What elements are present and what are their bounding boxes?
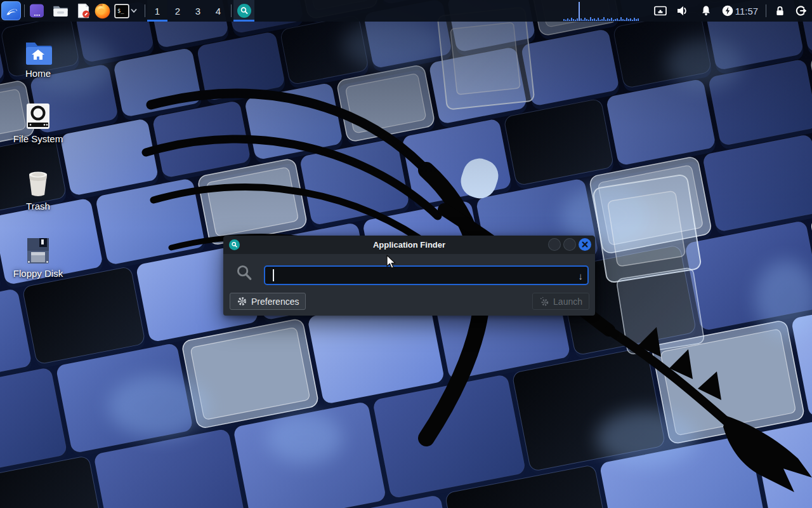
magnifier-icon [240,6,249,15]
desktop-app-launcher[interactable] [27,0,46,22]
kali-dragon-icon [4,3,19,18]
network-tray-item[interactable] [652,0,669,22]
file-manager-icon [52,3,69,20]
terminal-icon: $_ [114,3,130,19]
close-icon [582,241,588,248]
desktop-icon-home[interactable]: Home [5,36,71,79]
desktop-icon-label: Home [5,68,71,79]
desktop-icon-label: Floppy Disk [5,268,71,279]
launch-label: Launch [553,297,582,307]
launch-button[interactable]: Launch [532,293,589,310]
workspace-label: 1 [155,6,160,17]
window-title: Application Finder [223,240,595,250]
gear-icon [237,296,247,307]
kali-desktop: { "panel": { "workspaces": { "items": ["… [0,0,812,508]
terminal-dropdown[interactable] [129,0,139,22]
desktop-icon-floppy-disk[interactable]: Floppy Disk [5,236,71,279]
speaker-icon [676,4,690,17]
system-load-graph[interactable] [563,0,647,22]
clock-time: 11:57 [735,6,758,17]
terminal-glyph: $_ [117,7,124,13]
notifications-tray-item[interactable] [698,0,714,22]
minimize-button[interactable] [548,238,561,251]
workspace-label: 4 [216,6,221,17]
floppy-disk-icon [5,236,71,265]
chevron-down-icon [130,8,138,13]
panel-separator [145,4,145,17]
panel-separator [766,4,766,17]
file-manager-launcher[interactable] [51,0,70,22]
app-finder-task-icon [237,4,251,18]
desktop-icon-label: Trash [5,201,71,211]
search-entry: ↓ [264,265,589,285]
application-finder-window: Application Finder ↓ Prefere [223,236,595,316]
desktop-app-icon [29,3,45,19]
lock-icon [774,4,786,17]
text-editor-launcher[interactable] [74,0,93,22]
maximize-button[interactable] [563,238,576,251]
text-caret [273,269,274,281]
preferences-button[interactable]: Preferences [230,293,306,310]
close-button[interactable] [579,238,591,251]
workspace-label: 2 [175,6,180,17]
taskbar-application-finder[interactable] [233,0,254,22]
firefox-icon [94,3,111,20]
search-input[interactable] [265,267,587,284]
desktop-icon-trash[interactable]: Trash [5,168,71,211]
network-icon [653,4,667,17]
workspace-button-3[interactable]: 3 [188,0,208,22]
panel-separator [24,4,25,17]
desktop-icon-file-system[interactable]: File System [5,101,71,144]
workspace-label: 3 [195,6,200,17]
hard-drive-icon [5,101,71,130]
workspace-button-1[interactable]: 1 [147,0,167,22]
titlebar[interactable]: Application Finder [223,236,595,254]
workspace-button-2[interactable]: 2 [167,0,188,22]
panel-clock[interactable]: 11:57 [732,0,761,22]
bell-icon [700,4,712,17]
kali-menu-button[interactable] [1,1,21,20]
top-panel: $_ 1 2 3 4 [0,0,812,22]
launch-gear-icon [539,297,549,307]
logout-button[interactable] [792,0,809,22]
firefox-launcher[interactable] [93,0,112,22]
workspace-button-4[interactable]: 4 [208,0,228,22]
volume-tray-item[interactable] [674,0,691,22]
lock-screen-button[interactable] [771,0,788,22]
home-folder-icon [5,36,71,65]
panel-separator [231,4,232,17]
preferences-label: Preferences [251,297,299,307]
search-icon [236,264,253,284]
desktop-icon-label: File System [5,133,71,144]
trash-can-icon [5,168,71,197]
text-editor-icon [75,3,91,19]
logout-icon [794,4,808,17]
